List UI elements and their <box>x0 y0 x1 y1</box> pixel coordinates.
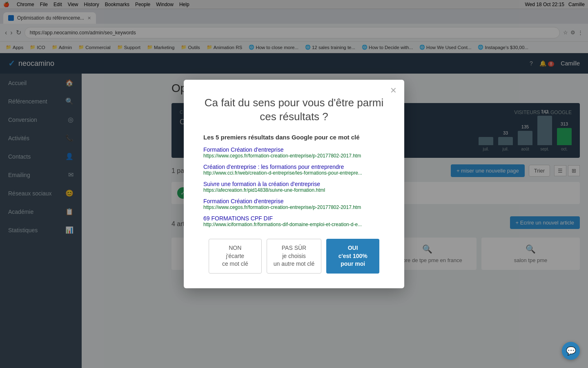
btn-unsure[interactable]: PAS SÛR je choisis un autre mot clé <box>267 239 321 274</box>
chat-icon: 💬 <box>566 346 576 356</box>
search-result-1: Création d'entreprise : les formations p… <box>203 164 385 176</box>
btn-no[interactable]: NON j'écarte ce mot clé <box>209 239 262 274</box>
modal: ✕ Ca fait du sens pour vous d'être parmi… <box>184 80 404 288</box>
search-result-2: Suivre une formation à la création d'ent… <box>203 181 385 193</box>
result-title-4[interactable]: 69 FORMATIONS CPF DIF <box>203 215 385 222</box>
btn-yes-line1: OUI <box>348 245 358 251</box>
result-url-3: https://www.cegos.fr/formation-creation-… <box>203 204 385 210</box>
result-url-2: https://afecreation.fr/pid14838/suivre-u… <box>203 187 385 193</box>
btn-yes-line2: c'est 100% <box>339 253 368 259</box>
modal-close-button[interactable]: ✕ <box>390 85 397 95</box>
search-result-0: Formation Création d'entreprise https://… <box>203 146 385 159</box>
result-url-1: http://www.cci.fr/web/creation-d-entrepr… <box>203 170 385 176</box>
result-title-1[interactable]: Création d'entreprise : les formations p… <box>203 164 385 170</box>
result-title-0[interactable]: Formation Création d'entreprise <box>203 146 385 153</box>
result-url-0: https://www.cegos.fr/formation-creation-… <box>203 153 385 159</box>
btn-yes-line3: pour moi <box>341 260 365 267</box>
result-title-2[interactable]: Suivre une formation à la création d'ent… <box>203 181 385 187</box>
result-url-4: http://www.iciformation.fr/formations-di… <box>203 222 385 227</box>
search-result-3: Formation Création d'entreprise https://… <box>203 198 385 210</box>
btn-no-line2: j'écarte <box>226 253 244 259</box>
btn-no-line1: NON <box>229 245 241 251</box>
btn-unsure-line2: je choisis <box>282 253 306 259</box>
btn-unsure-line1: PAS SÛR <box>282 245 306 251</box>
btn-unsure-line3: un autre mot clé <box>274 260 314 267</box>
modal-overlay[interactable]: ✕ Ca fait du sens pour vous d'être parmi… <box>0 0 588 368</box>
btn-yes[interactable]: OUI c'est 100% pour moi <box>326 239 379 274</box>
chat-bubble[interactable]: 💬 <box>562 342 580 360</box>
search-result-4: 69 FORMATIONS CPF DIF http://www.iciform… <box>203 215 385 227</box>
modal-title: Ca fait du sens pour vous d'être parmi c… <box>203 96 385 124</box>
btn-no-line3: ce mot clé <box>222 260 248 267</box>
modal-subtitle: Les 5 premiers résultats dans Google pou… <box>203 134 385 141</box>
result-title-3[interactable]: Formation Création d'entreprise <box>203 198 385 204</box>
modal-buttons: NON j'écarte ce mot clé PAS SÛR je chois… <box>203 239 385 274</box>
